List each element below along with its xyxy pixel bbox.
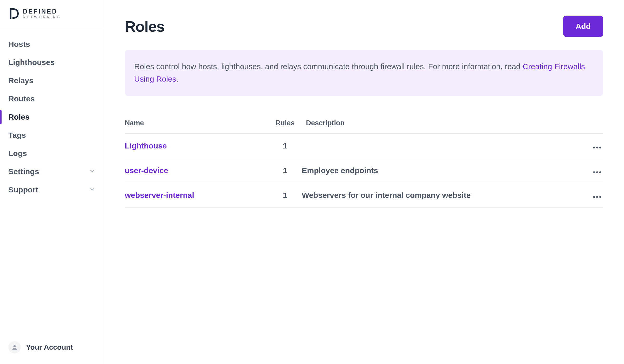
sidebar-item-settings[interactable]: Settings: [0, 162, 104, 181]
account-menu[interactable]: Your Account: [0, 334, 104, 364]
sidebar-item-relays[interactable]: Relays: [0, 72, 104, 90]
role-description: Webservers for our internal company webs…: [302, 183, 570, 208]
role-rules: 1: [268, 158, 302, 183]
chevron-down-icon: [89, 167, 95, 176]
banner-text: Roles control how hosts, lighthouses, an…: [134, 62, 523, 71]
table-row: Lighthouse 1: [125, 134, 603, 158]
sidebar-item-label: Settings: [8, 167, 39, 176]
role-description: Employee endpoints: [302, 158, 570, 183]
sidebar-item-label: Lighthouses: [8, 58, 55, 67]
sidebar-item-label: Routes: [8, 94, 35, 103]
sidebar-item-label: Hosts: [8, 40, 30, 49]
logo-text: DEFINED NETWORKING: [23, 8, 61, 19]
sidebar-item-roles[interactable]: Roles: [0, 108, 104, 126]
sidebar-item-hosts[interactable]: Hosts: [0, 35, 104, 53]
role-name-link[interactable]: user-device: [125, 166, 168, 175]
more-icon[interactable]: [593, 196, 601, 198]
brand-sub: NETWORKING: [23, 15, 61, 19]
svg-point-0: [14, 345, 16, 347]
role-description: [302, 134, 570, 158]
more-icon[interactable]: [593, 147, 601, 148]
sidebar-item-tags[interactable]: Tags: [0, 126, 104, 144]
sidebar-item-label: Tags: [8, 131, 26, 140]
col-header-rules: Rules: [268, 114, 302, 134]
sidebar-item-lighthouses[interactable]: Lighthouses: [0, 53, 104, 72]
page-header: Roles Add: [125, 16, 603, 37]
sidebar-item-label: Logs: [8, 149, 27, 158]
logo[interactable]: DEFINED NETWORKING: [0, 0, 104, 27]
role-name-link[interactable]: webserver-internal: [125, 191, 194, 199]
sidebar-item-label: Roles: [8, 113, 30, 121]
account-label: Your Account: [26, 343, 73, 352]
table-row: webserver-internal 1 Webservers for our …: [125, 183, 603, 208]
sidebar-item-routes[interactable]: Routes: [0, 90, 104, 108]
add-button[interactable]: Add: [563, 16, 603, 37]
role-name-link[interactable]: Lighthouse: [125, 141, 167, 150]
logo-icon: [8, 8, 19, 19]
brand-name: DEFINED: [23, 8, 61, 15]
sidebar: DEFINED NETWORKING Hosts Lighthouses Rel…: [0, 0, 104, 364]
sidebar-item-support[interactable]: Support: [0, 181, 104, 199]
avatar: [8, 341, 21, 354]
nav: Hosts Lighthouses Relays Routes Roles Ta…: [0, 27, 104, 334]
main-content: Roles Add Roles control how hosts, light…: [104, 0, 624, 364]
sidebar-item-label: Relays: [8, 76, 34, 85]
roles-table: Name Rules Description Lighthouse 1 user…: [125, 114, 603, 208]
table-row: user-device 1 Employee endpoints: [125, 158, 603, 183]
sidebar-item-label: Support: [8, 185, 38, 194]
sidebar-item-logs[interactable]: Logs: [0, 144, 104, 162]
more-icon[interactable]: [593, 171, 601, 173]
col-header-actions: [570, 114, 603, 134]
role-rules: 1: [268, 134, 302, 158]
banner-after: .: [176, 75, 178, 83]
role-rules: 1: [268, 183, 302, 208]
info-banner: Roles control how hosts, lighthouses, an…: [125, 50, 603, 96]
col-header-name: Name: [125, 114, 268, 134]
page-title: Roles: [125, 18, 165, 35]
chevron-down-icon: [89, 185, 95, 194]
col-header-description: Description: [302, 114, 570, 134]
